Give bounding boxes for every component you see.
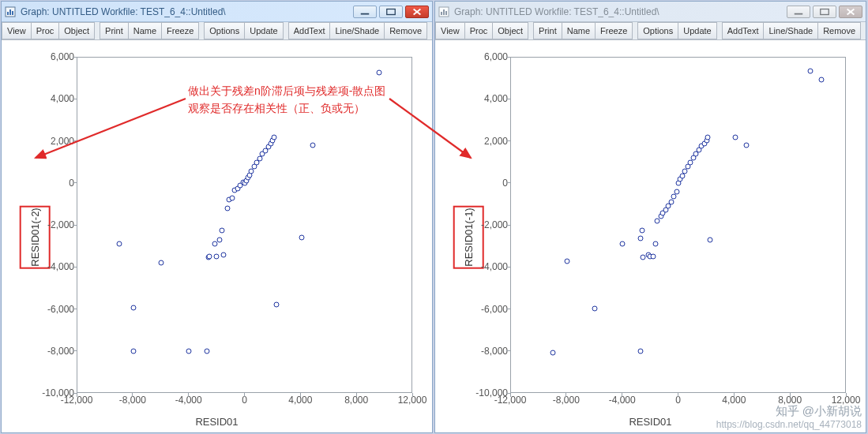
toolbar-object[interactable]: Object: [59, 22, 95, 39]
x-axis-label: RESID01: [435, 416, 866, 428]
data-point: [743, 143, 749, 148]
data-point: [668, 199, 674, 204]
y-tick-label: 6,000: [484, 51, 508, 62]
y-tick-label: -4,000: [481, 261, 508, 272]
data-point: [592, 306, 597, 312]
data-point: [274, 301, 280, 307]
toolbar: View Proc Object Print Name Freeze Optio…: [2, 22, 432, 40]
annotation-text: 做出关于残差n阶滞后项与残差项-散点图 观察是否存在相关性（正、负或无）: [188, 83, 385, 117]
data-point: [271, 134, 276, 140]
data-point: [116, 241, 122, 246]
graph-window-left: Graph: UNTITLED Workfile: TEST_6_4::Unti…: [1, 1, 433, 433]
svg-rect-3: [12, 11, 13, 15]
y-tick-label: -4,000: [47, 261, 74, 272]
toolbar-lineshade[interactable]: Line/Shade: [764, 22, 818, 39]
toolbar-view[interactable]: View: [2, 22, 32, 39]
svg-rect-2: [9, 9, 11, 15]
data-point: [674, 189, 679, 194]
svg-rect-5: [387, 9, 396, 14]
data-point: [216, 237, 222, 242]
y-tick-label: 4,000: [484, 93, 508, 104]
title-bar: Graph: UNTITLED Workfile: TEST_6_4::Unti…: [435, 2, 866, 22]
title-bar: Graph: UNTITLED Workfile: TEST_6_4::Unti…: [2, 2, 432, 22]
data-point: [229, 195, 235, 200]
data-point: [682, 169, 688, 174]
maximize-button[interactable]: [813, 6, 836, 18]
toolbar-addtext[interactable]: AddText: [722, 22, 765, 39]
annotation-line-2: 观察是否存在相关性（正、负或无）: [188, 102, 365, 114]
data-point: [671, 194, 677, 200]
toolbar-name[interactable]: Name: [562, 22, 596, 39]
y-tick-label: -8,000: [481, 346, 508, 357]
toolbar-remove[interactable]: Remove: [818, 22, 861, 39]
data-point: [299, 234, 304, 240]
maximize-button[interactable]: [379, 6, 403, 18]
toolbar-options[interactable]: Options: [637, 22, 678, 39]
svg-rect-11: [445, 11, 447, 15]
data-point: [705, 134, 711, 140]
data-point: [221, 253, 227, 258]
annotation-line-1: 做出关于残差n阶滞后项与残差项-散点图: [188, 84, 385, 97]
toolbar-update[interactable]: Update: [245, 22, 283, 39]
data-point: [207, 253, 212, 259]
data-point: [637, 236, 643, 241]
toolbar-freeze[interactable]: Freeze: [596, 22, 633, 39]
toolbar-remove[interactable]: Remove: [385, 22, 427, 39]
data-point: [620, 241, 626, 246]
data-point: [377, 69, 382, 75]
toolbar-options[interactable]: Options: [204, 22, 245, 39]
data-point: [650, 253, 656, 259]
toolbar-view[interactable]: View: [435, 22, 465, 39]
toolbar-name[interactable]: Name: [129, 22, 162, 39]
window-controls: [787, 6, 862, 18]
y-tick-label: 2,000: [484, 136, 508, 147]
toolbar-proc[interactable]: Proc: [465, 22, 494, 39]
data-point: [708, 237, 713, 242]
y-axis-label-text: RESID01(-2): [20, 205, 51, 268]
data-point: [130, 349, 136, 354]
close-button[interactable]: [839, 6, 862, 18]
data-point: [310, 143, 315, 148]
toolbar-object[interactable]: Object: [493, 22, 528, 39]
y-tick-label: -2,000: [47, 219, 74, 230]
toolbar-lineshade[interactable]: Line/Shade: [330, 22, 385, 39]
toolbar-proc[interactable]: Proc: [32, 22, 60, 39]
minimize-button[interactable]: [353, 6, 377, 18]
data-point: [130, 305, 136, 310]
data-point: [158, 260, 163, 265]
window-controls: [353, 6, 429, 18]
data-point: [732, 134, 738, 140]
data-point: [653, 241, 659, 246]
scatter-plot: [510, 57, 846, 393]
toolbar-update[interactable]: Update: [678, 22, 716, 39]
data-point: [249, 169, 254, 174]
data-point: [807, 69, 813, 74]
y-tick-label: -8,000: [47, 346, 74, 357]
svg-rect-10: [443, 9, 445, 15]
data-point: [550, 350, 555, 355]
y-tick-label: 4,000: [51, 93, 74, 104]
data-point: [204, 349, 209, 354]
graph-window-right: Graph: UNTITLED Workfile: TEST_6_4::Unti…: [434, 1, 866, 433]
y-tick-label: 6,000: [51, 51, 74, 62]
y-axis-label-text: RESID01(-1): [453, 205, 484, 268]
data-point: [225, 205, 231, 211]
window-title: Graph: UNTITLED Workfile: TEST_6_4::Unti…: [454, 6, 787, 17]
toolbar-freeze[interactable]: Freeze: [162, 22, 199, 39]
data-point: [214, 253, 220, 259]
toolbar-print[interactable]: Print: [533, 22, 562, 39]
toolbar: View Proc Object Print Name Freeze Optio…: [435, 22, 866, 40]
close-button[interactable]: [405, 6, 429, 18]
x-axis-label: RESID01: [2, 416, 432, 428]
graph-icon: [5, 6, 16, 17]
graph-icon: [438, 6, 449, 17]
minimize-button[interactable]: [787, 6, 810, 18]
toolbar-addtext[interactable]: AddText: [288, 22, 331, 39]
data-point: [186, 349, 192, 354]
data-point: [639, 227, 644, 233]
window-title: Graph: UNTITLED Workfile: TEST_6_4::Unti…: [21, 6, 353, 17]
svg-rect-1: [7, 12, 9, 15]
chart-area: RESID01(-1) RESID01 6,0004,0002,0000-2,0…: [435, 41, 866, 432]
toolbar-print[interactable]: Print: [100, 22, 129, 39]
svg-rect-13: [821, 9, 829, 14]
